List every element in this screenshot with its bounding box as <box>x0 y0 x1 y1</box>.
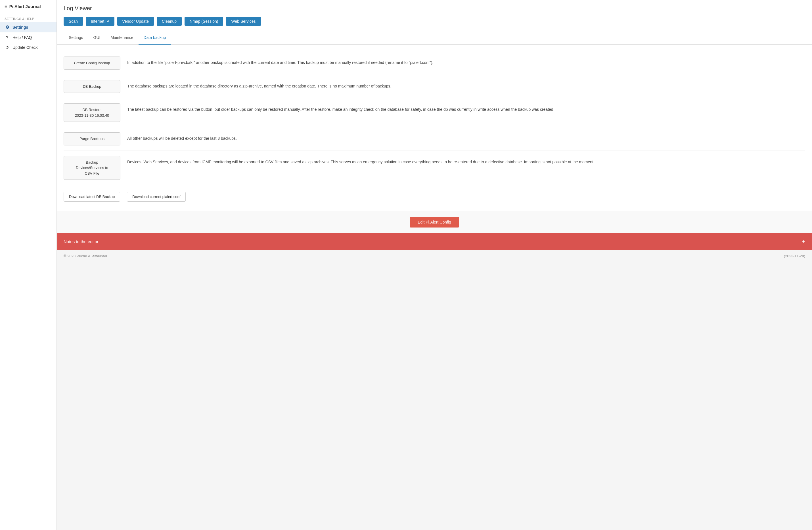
db-restore-desc: The latest backup can be restored via th… <box>127 103 805 113</box>
download-buttons-row: Download latest DB Backup Download curre… <box>63 185 805 204</box>
action-row-purge-backups: Purge Backups All other backups will be … <box>63 127 805 151</box>
tab-settings[interactable]: Settings <box>63 31 88 45</box>
action-row-db-restore: DB Restore 2023-11-30 16:03:40 The lates… <box>63 98 805 127</box>
sidebar-item-label: Settings <box>13 25 28 30</box>
log-viewer-section: Log Viewer Scan Internet IP Vendor Updat… <box>57 0 812 31</box>
log-viewer-title: Log Viewer <box>63 5 805 12</box>
purge-backups-button[interactable]: Purge Backups <box>63 132 120 145</box>
db-backup-button[interactable]: DB Backup <box>63 80 120 93</box>
sidebar-item-label: Update Check <box>13 45 38 50</box>
download-db-backup-button[interactable]: Download latest DB Backup <box>63 192 120 202</box>
section-label: SETTINGS & HELP <box>0 13 57 22</box>
footer: © 2023 Puche & leiweibau (2023-11-28) <box>57 250 812 262</box>
edit-config-section: Edit Pi.Alert Config <box>57 211 812 233</box>
brand-icon: ≡ <box>4 4 7 9</box>
sidebar-item-label: Help / FAQ <box>13 35 32 40</box>
cleanup-button[interactable]: Cleanup <box>157 17 182 26</box>
tab-data-backup[interactable]: Data backup <box>139 31 171 45</box>
sidebar-brand: ≡ Pi.Alert Journal <box>0 0 57 13</box>
purge-backups-desc: All other backups will be deleted except… <box>127 132 805 141</box>
create-config-backup-button[interactable]: Create Config Backup <box>63 57 120 70</box>
sidebar-item-help-faq[interactable]: ? Help / FAQ <box>0 32 57 42</box>
edit-config-button[interactable]: Edit Pi.Alert Config <box>410 217 459 228</box>
notes-to-editor-section[interactable]: Notes to the editor + <box>57 233 812 250</box>
backup-csv-desc: Devices, Web Services, and devices from … <box>127 156 805 165</box>
update-icon: ↺ <box>4 45 10 50</box>
action-row-db-backup: DB Backup The database backups are locat… <box>63 75 805 99</box>
create-config-btn-wrap: Create Config Backup <box>63 57 120 70</box>
tab-maintenance[interactable]: Maintenance <box>105 31 138 45</box>
web-services-button[interactable]: Web Services <box>226 17 261 26</box>
notes-title: Notes to the editor <box>63 239 99 244</box>
tab-gui[interactable]: GUI <box>88 31 106 45</box>
action-row-create-config: Create Config Backup In addition to the … <box>63 52 805 75</box>
scan-button[interactable]: Scan <box>63 17 83 26</box>
backup-csv-button[interactable]: Backup Devices/Services to CSV File <box>63 156 120 180</box>
download-conf-button[interactable]: Download current pialert.conf <box>127 192 186 202</box>
sidebar: ≡ Pi.Alert Journal SETTINGS & HELP ⚙ Set… <box>0 0 57 530</box>
action-row-backup-csv: Backup Devices/Services to CSV File Devi… <box>63 151 805 185</box>
brand-title: Pi.Alert Journal <box>9 4 41 9</box>
sidebar-item-settings[interactable]: ⚙ Settings <box>0 22 57 32</box>
notes-expand-icon: + <box>801 238 805 245</box>
tab-content: Create Config Backup In addition to the … <box>57 45 812 211</box>
log-buttons-group: Scan Internet IP Vendor Update Cleanup N… <box>63 17 805 26</box>
sidebar-item-update-check[interactable]: ↺ Update Check <box>0 42 57 53</box>
backup-csv-btn-wrap: Backup Devices/Services to CSV File <box>63 156 120 180</box>
create-config-desc: In addition to the file "pialert-prev.ba… <box>127 57 805 66</box>
help-icon: ? <box>4 35 10 40</box>
footer-copyright: © 2023 Puche & leiweibau <box>63 254 107 258</box>
db-backup-desc: The database backups are located in the … <box>127 80 805 89</box>
db-restore-btn-wrap: DB Restore 2023-11-30 16:03:40 <box>63 103 120 122</box>
tabs-bar: Settings GUI Maintenance Data backup <box>57 31 812 45</box>
footer-version: (2023-11-28) <box>784 254 805 258</box>
internet-ip-button[interactable]: Internet IP <box>86 17 114 26</box>
sidebar-section-settings-help: SETTINGS & HELP ⚙ Settings ? Help / FAQ … <box>0 13 57 53</box>
nmap-session-button[interactable]: Nmap (Session) <box>185 17 223 26</box>
db-backup-btn-wrap: DB Backup <box>63 80 120 93</box>
data-backup-content: Create Config Backup In addition to the … <box>57 45 812 211</box>
db-restore-button[interactable]: DB Restore 2023-11-30 16:03:40 <box>63 103 120 122</box>
main-content: Log Viewer Scan Internet IP Vendor Updat… <box>57 0 812 530</box>
vendor-update-button[interactable]: Vendor Update <box>117 17 154 26</box>
purge-backups-btn-wrap: Purge Backups <box>63 132 120 145</box>
settings-icon: ⚙ <box>4 25 10 30</box>
